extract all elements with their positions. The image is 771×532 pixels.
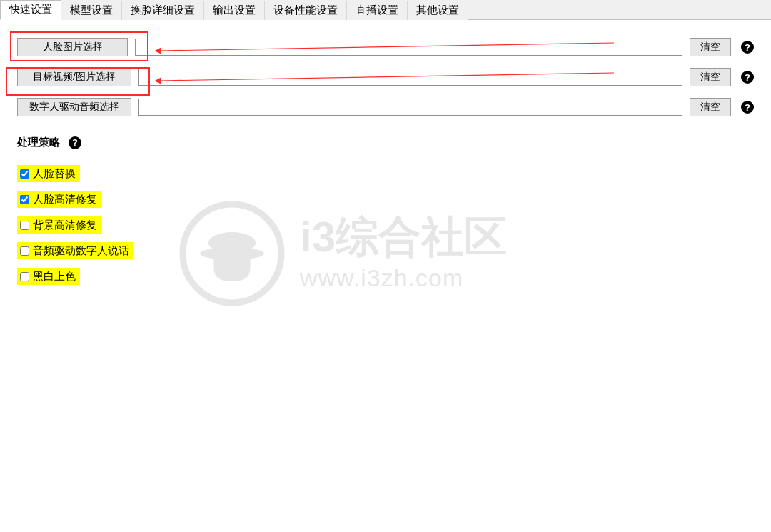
tab-output-settings[interactable]: 输出设置 bbox=[204, 1, 265, 20]
face-image-clear-button[interactable]: 清空 bbox=[690, 38, 731, 56]
checkbox-row: 背景高清修复 bbox=[17, 216, 754, 234]
checkbox-input[interactable] bbox=[20, 195, 29, 204]
help-icon[interactable]: ? bbox=[741, 71, 754, 84]
checkbox-label: 人脸替换 bbox=[33, 166, 76, 181]
content-pane: 人脸图片选择 清空 ? 目标视频/图片选择 清空 ? 数字人驱动音频选择 清空 … bbox=[0, 20, 771, 285]
tab-other-settings[interactable]: 其他设置 bbox=[408, 1, 468, 20]
checkbox-colorize[interactable]: 黑白上色 bbox=[17, 268, 80, 285]
face-image-path-input[interactable] bbox=[135, 39, 682, 56]
help-icon[interactable]: ? bbox=[741, 41, 754, 54]
target-media-clear-button[interactable]: 清空 bbox=[690, 68, 731, 86]
checkbox-row: 音频驱动数字人说话 bbox=[17, 242, 754, 259]
checkbox-input[interactable] bbox=[20, 169, 29, 179]
strategy-title-row: 处理策略 ? bbox=[17, 136, 754, 149]
checkbox-input[interactable] bbox=[20, 246, 29, 256]
target-media-path-input[interactable] bbox=[138, 69, 682, 86]
audio-driver-select-button[interactable]: 数字人驱动音频选择 bbox=[17, 98, 131, 116]
row-face-image: 人脸图片选择 清空 ? bbox=[17, 37, 754, 57]
tab-quick-settings[interactable]: 快速设置 bbox=[0, 0, 61, 20]
audio-driver-clear-button[interactable]: 清空 bbox=[690, 98, 731, 116]
tab-faceswap-detail-settings[interactable]: 换脸详细设置 bbox=[122, 1, 204, 20]
checkbox-label: 黑白上色 bbox=[33, 269, 76, 283]
row-target-media: 目标视频/图片选择 清空 ? bbox=[17, 67, 754, 87]
checkbox-input[interactable] bbox=[20, 221, 29, 230]
tab-model-settings[interactable]: 模型设置 bbox=[61, 1, 122, 20]
row-audio-driver: 数字人驱动音频选择 清空 ? bbox=[17, 97, 754, 117]
checkbox-label: 背景高清修复 bbox=[33, 218, 97, 232]
tab-device-performance-settings[interactable]: 设备性能设置 bbox=[265, 1, 347, 20]
checkbox-bg-hd-restore[interactable]: 背景高清修复 bbox=[17, 216, 101, 234]
checkbox-label: 人脸高清修复 bbox=[33, 192, 97, 206]
help-icon[interactable]: ? bbox=[741, 101, 754, 114]
checkbox-audio-drive-talking[interactable]: 音频驱动数字人说话 bbox=[17, 242, 133, 259]
checkbox-row: 人脸高清修复 bbox=[17, 191, 754, 208]
strategy-title: 处理策略 bbox=[17, 136, 60, 149]
face-image-select-button[interactable]: 人脸图片选择 bbox=[17, 38, 128, 56]
checkbox-row: 黑白上色 bbox=[17, 268, 754, 285]
checkbox-input[interactable] bbox=[20, 272, 29, 281]
tab-live-settings[interactable]: 直播设置 bbox=[347, 1, 408, 20]
checkbox-face-hd-restore[interactable]: 人脸高清修复 bbox=[17, 191, 101, 208]
audio-driver-path-input[interactable] bbox=[138, 99, 682, 116]
checkbox-row: 人脸替换 bbox=[17, 165, 754, 182]
help-icon[interactable]: ? bbox=[69, 136, 81, 149]
tab-bar: 快速设置 模型设置 换脸详细设置 输出设置 设备性能设置 直播设置 其他设置 bbox=[0, 0, 771, 20]
checkbox-label: 音频驱动数字人说话 bbox=[33, 244, 129, 258]
target-media-select-button[interactable]: 目标视频/图片选择 bbox=[17, 68, 131, 86]
checkbox-face-replace[interactable]: 人脸替换 bbox=[17, 165, 80, 182]
